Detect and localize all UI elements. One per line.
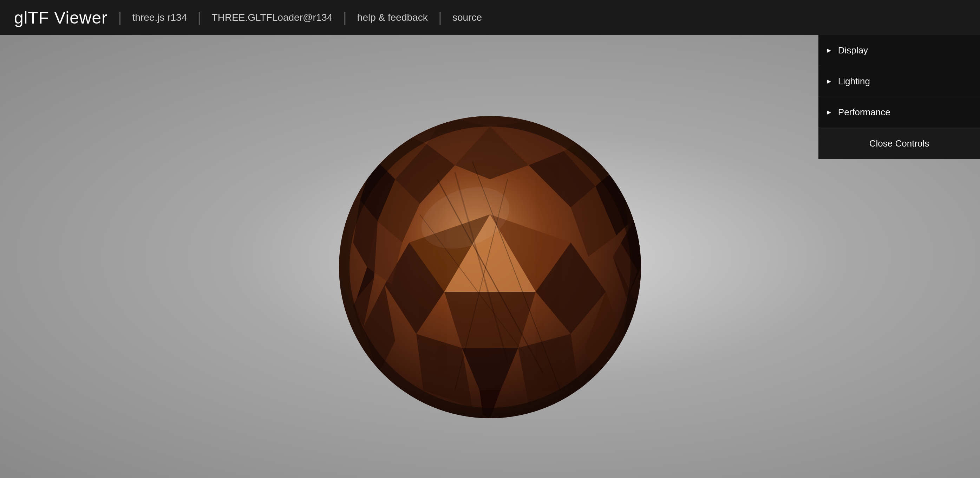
close-controls-button[interactable]: Close Controls [818, 128, 980, 159]
help-feedback-link[interactable]: help & feedback [357, 12, 428, 23]
display-arrow-icon: ► [826, 46, 832, 54]
loader-link[interactable]: THREE.GLTFLoader@r134 [212, 12, 332, 23]
lighting-label: Lighting [838, 76, 870, 87]
controls-panel: ► Display ► Lighting ► Performance Close… [818, 35, 980, 159]
display-label: Display [838, 45, 868, 56]
divider-3: | [343, 10, 346, 25]
lighting-control-row[interactable]: ► Lighting [818, 66, 980, 97]
close-controls-label: Close Controls [869, 138, 929, 149]
divider-2: | [197, 10, 201, 25]
divider-4: | [438, 10, 442, 25]
app-title: glTF Viewer [14, 8, 108, 27]
performance-arrow-icon: ► [826, 108, 832, 116]
display-control-row[interactable]: ► Display [818, 35, 980, 66]
divider-1: | [118, 10, 121, 25]
source-link[interactable]: source [452, 12, 482, 23]
app-header: glTF Viewer | three.js r134 | THREE.GLTF… [0, 0, 980, 35]
model-container [332, 109, 648, 425]
performance-label: Performance [838, 107, 891, 118]
threejs-link[interactable]: three.js r134 [132, 12, 187, 23]
lighting-arrow-icon: ► [826, 77, 832, 85]
performance-control-row[interactable]: ► Performance [818, 97, 980, 128]
3d-model [332, 109, 648, 425]
